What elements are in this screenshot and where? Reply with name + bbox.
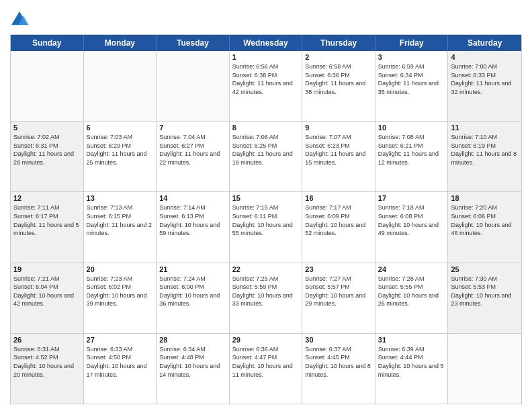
cal-cell-1-4: 9Sunrise: 7:07 AMSunset: 6:23 PMDaylight… <box>302 122 375 191</box>
cell-info: Sunrise: 7:10 AMSunset: 6:19 PMDaylight:… <box>451 133 519 167</box>
day-number: 23 <box>305 265 372 273</box>
cell-info: Sunrise: 7:17 AMSunset: 6:09 PMDaylight:… <box>305 203 372 237</box>
cell-info: Sunrise: 7:00 AMSunset: 6:33 PMDaylight:… <box>451 62 519 96</box>
day-number: 28 <box>159 336 226 344</box>
cell-info: Sunrise: 7:08 AMSunset: 6:21 PMDaylight:… <box>378 133 445 167</box>
cal-cell-1-1: 6Sunrise: 7:03 AMSunset: 6:29 PMDaylight… <box>84 122 157 191</box>
cal-cell-1-2: 7Sunrise: 7:04 AMSunset: 6:27 PMDaylight… <box>157 122 230 191</box>
cell-info: Sunrise: 7:06 AMSunset: 6:25 PMDaylight:… <box>232 133 300 167</box>
cal-cell-3-2: 21Sunrise: 7:24 AMSunset: 6:00 PMDayligh… <box>157 263 230 333</box>
cal-cell-3-4: 23Sunrise: 7:27 AMSunset: 5:57 PMDayligh… <box>302 263 375 333</box>
cell-info: Sunrise: 7:11 AMSunset: 6:17 PMDaylight:… <box>13 203 81 237</box>
header <box>10 7 522 29</box>
cell-info: Sunrise: 7:14 AMSunset: 6:13 PMDaylight:… <box>159 203 226 237</box>
cell-info: Sunrise: 6:37 AMSunset: 4:45 PMDaylight:… <box>305 345 372 379</box>
cal-cell-4-6 <box>448 334 521 404</box>
cal-cell-4-1: 27Sunrise: 6:33 AMSunset: 4:50 PMDayligh… <box>84 334 157 404</box>
day-number: 31 <box>378 336 445 344</box>
cal-cell-0-1 <box>84 51 157 121</box>
day-number: 14 <box>159 194 226 202</box>
cell-info: Sunrise: 7:13 AMSunset: 6:15 PMDaylight:… <box>87 203 154 237</box>
cal-cell-0-4: 2Sunrise: 6:58 AMSunset: 6:36 PMDaylight… <box>302 51 375 121</box>
cell-info: Sunrise: 6:56 AMSunset: 6:38 PMDaylight:… <box>232 62 300 96</box>
header-day-thursday: Thursday <box>302 35 375 51</box>
day-number: 10 <box>378 124 445 132</box>
day-number: 27 <box>87 336 154 344</box>
cell-info: Sunrise: 6:31 AMSunset: 4:52 PMDaylight:… <box>13 345 81 379</box>
day-number: 20 <box>87 265 154 273</box>
cell-info: Sunrise: 7:15 AMSunset: 6:11 PMDaylight:… <box>232 203 300 237</box>
cell-info: Sunrise: 7:07 AMSunset: 6:23 PMDaylight:… <box>305 133 372 167</box>
cell-info: Sunrise: 7:20 AMSunset: 6:06 PMDaylight:… <box>451 203 519 237</box>
cell-info: Sunrise: 6:39 AMSunset: 4:44 PMDaylight:… <box>378 345 445 379</box>
cal-cell-2-3: 15Sunrise: 7:15 AMSunset: 6:11 PMDayligh… <box>230 192 303 262</box>
day-number: 6 <box>87 124 154 132</box>
day-number: 13 <box>87 194 154 202</box>
cell-info: Sunrise: 7:03 AMSunset: 6:29 PMDaylight:… <box>87 133 154 167</box>
cal-cell-2-2: 14Sunrise: 7:14 AMSunset: 6:13 PMDayligh… <box>157 192 230 262</box>
header-day-wednesday: Wednesday <box>230 35 303 51</box>
cell-info: Sunrise: 6:34 AMSunset: 4:48 PMDaylight:… <box>159 345 226 379</box>
cal-cell-3-6: 25Sunrise: 7:30 AMSunset: 5:53 PMDayligh… <box>448 263 521 333</box>
day-number: 8 <box>232 124 300 132</box>
cal-cell-1-5: 10Sunrise: 7:08 AMSunset: 6:21 PMDayligh… <box>375 122 449 191</box>
cal-cell-1-3: 8Sunrise: 7:06 AMSunset: 6:25 PMDaylight… <box>230 122 303 191</box>
cal-cell-2-5: 17Sunrise: 7:18 AMSunset: 6:08 PMDayligh… <box>375 192 449 262</box>
day-number: 5 <box>13 124 81 132</box>
calendar-body: 1Sunrise: 6:56 AMSunset: 6:38 PMDaylight… <box>11 51 521 404</box>
cal-cell-2-1: 13Sunrise: 7:13 AMSunset: 6:15 PMDayligh… <box>84 192 157 262</box>
cal-cell-2-0: 12Sunrise: 7:11 AMSunset: 6:17 PMDayligh… <box>11 192 84 262</box>
day-number: 30 <box>305 336 372 344</box>
cal-cell-3-3: 22Sunrise: 7:25 AMSunset: 5:59 PMDayligh… <box>230 263 303 333</box>
day-number: 4 <box>451 53 519 61</box>
calendar-row-2: 12Sunrise: 7:11 AMSunset: 6:17 PMDayligh… <box>11 191 521 262</box>
cell-info: Sunrise: 7:02 AMSunset: 6:31 PMDaylight:… <box>13 133 81 167</box>
cell-info: Sunrise: 7:27 AMSunset: 5:57 PMDaylight:… <box>305 275 372 308</box>
day-number: 19 <box>13 265 81 273</box>
cal-cell-0-6: 4Sunrise: 7:00 AMSunset: 6:33 PMDaylight… <box>448 51 521 121</box>
day-number: 21 <box>159 265 226 273</box>
cell-info: Sunrise: 7:21 AMSunset: 6:04 PMDaylight:… <box>13 275 81 308</box>
cell-info: Sunrise: 7:04 AMSunset: 6:27 PMDaylight:… <box>159 133 226 167</box>
cell-info: Sunrise: 7:23 AMSunset: 6:02 PMDaylight:… <box>87 275 154 308</box>
cal-cell-3-0: 19Sunrise: 7:21 AMSunset: 6:04 PMDayligh… <box>11 263 84 333</box>
cal-cell-3-1: 20Sunrise: 7:23 AMSunset: 6:02 PMDayligh… <box>84 263 157 333</box>
cell-info: Sunrise: 7:30 AMSunset: 5:53 PMDaylight:… <box>451 275 519 308</box>
day-number: 16 <box>305 194 372 202</box>
cell-info: Sunrise: 6:58 AMSunset: 6:36 PMDaylight:… <box>305 62 372 96</box>
calendar-row-1: 5Sunrise: 7:02 AMSunset: 6:31 PMDaylight… <box>11 121 521 191</box>
cell-info: Sunrise: 7:18 AMSunset: 6:08 PMDaylight:… <box>378 203 445 237</box>
day-number: 7 <box>159 124 226 132</box>
calendar-header: SundayMondayTuesdayWednesdayThursdayFrid… <box>11 35 521 51</box>
cell-info: Sunrise: 7:25 AMSunset: 5:59 PMDaylight:… <box>232 275 300 308</box>
day-number: 17 <box>378 194 445 202</box>
calendar: SundayMondayTuesdayWednesdayThursdayFrid… <box>10 34 522 404</box>
cell-info: Sunrise: 6:59 AMSunset: 6:34 PMDaylight:… <box>378 62 445 96</box>
day-number: 15 <box>232 194 300 202</box>
cal-cell-0-3: 1Sunrise: 6:56 AMSunset: 6:38 PMDaylight… <box>230 51 303 121</box>
cell-info: Sunrise: 6:33 AMSunset: 4:50 PMDaylight:… <box>87 345 154 379</box>
cell-info: Sunrise: 7:24 AMSunset: 6:00 PMDaylight:… <box>159 275 226 308</box>
cal-cell-1-0: 5Sunrise: 7:02 AMSunset: 6:31 PMDaylight… <box>11 122 84 191</box>
logo <box>10 10 32 29</box>
calendar-row-0: 1Sunrise: 6:56 AMSunset: 6:38 PMDaylight… <box>11 51 521 121</box>
header-day-sunday: Sunday <box>11 35 84 51</box>
day-number: 29 <box>232 336 300 344</box>
day-number: 2 <box>305 53 372 61</box>
header-day-monday: Monday <box>84 35 157 51</box>
cal-cell-4-2: 28Sunrise: 6:34 AMSunset: 4:48 PMDayligh… <box>157 334 230 404</box>
cal-cell-2-4: 16Sunrise: 7:17 AMSunset: 6:09 PMDayligh… <box>302 192 375 262</box>
day-number: 11 <box>451 124 519 132</box>
page: SundayMondayTuesdayWednesdayThursdayFrid… <box>0 0 532 411</box>
cal-cell-0-0 <box>11 51 84 121</box>
day-number: 3 <box>378 53 445 61</box>
day-number: 12 <box>13 194 81 202</box>
day-number: 9 <box>305 124 372 132</box>
day-number: 18 <box>451 194 519 202</box>
cal-cell-0-2 <box>157 51 230 121</box>
cal-cell-4-5: 31Sunrise: 6:39 AMSunset: 4:44 PMDayligh… <box>375 334 449 404</box>
day-number: 26 <box>13 336 81 344</box>
cal-cell-2-6: 18Sunrise: 7:20 AMSunset: 6:06 PMDayligh… <box>448 192 521 262</box>
calendar-row-4: 26Sunrise: 6:31 AMSunset: 4:52 PMDayligh… <box>11 333 521 404</box>
cal-cell-0-5: 3Sunrise: 6:59 AMSunset: 6:34 PMDaylight… <box>375 51 449 121</box>
